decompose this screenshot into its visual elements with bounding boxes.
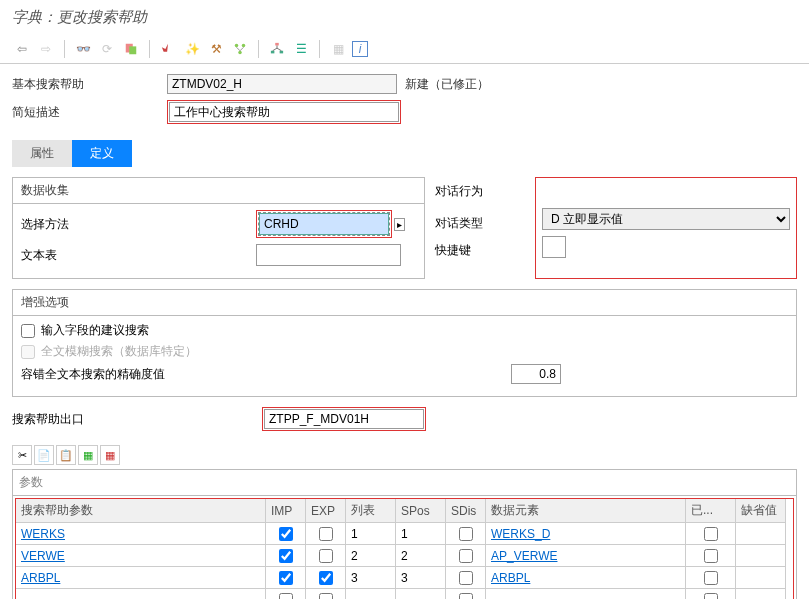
param-link[interactable]: VERWE [21,549,65,563]
row-checkbox[interactable] [279,571,293,585]
row-checkbox[interactable] [459,527,473,541]
list-icon[interactable]: ☰ [291,39,311,59]
cut-icon[interactable]: ✂ [12,445,32,465]
paste-icon[interactable]: 📋 [56,445,76,465]
tolerance-label: 容错全文本搜索的精确度值 [21,366,511,383]
enhance-header: 增强选项 [13,290,796,316]
row-checkbox[interactable] [319,549,333,563]
col-mod: 已... [686,499,736,523]
row-checkbox[interactable] [459,571,473,585]
where-used-icon[interactable] [230,39,250,59]
row-checkbox[interactable] [704,549,718,563]
suggest-checkbox[interactable] [21,324,35,338]
row-checkbox[interactable] [704,527,718,541]
col-spos: SPos [396,499,446,523]
row-checkbox[interactable] [459,549,473,563]
default-cell[interactable] [736,545,786,567]
row-checkbox[interactable] [319,527,333,541]
col-list: 列表 [346,499,396,523]
row-checkbox[interactable] [459,593,473,600]
table-row: ARBPL33ARBPL [16,567,793,589]
elem-link[interactable]: AP_VERWE [491,549,557,563]
value-help-icon[interactable]: ▸ [394,218,405,231]
info-icon[interactable]: i [352,41,368,57]
row-checkbox[interactable] [704,571,718,585]
forward-icon[interactable]: ⇨ [36,39,56,59]
wand-icon[interactable]: ✨ [182,39,202,59]
activate-icon[interactable] [121,39,141,59]
default-cell[interactable] [736,567,786,589]
tab-strip: 属性 定义 [0,140,809,167]
fuzzy-label: 全文模糊搜索（数据库特定） [41,343,197,360]
param-link[interactable]: ARBPL [21,571,60,585]
tab-definition[interactable]: 定义 [72,140,132,167]
refresh-icon[interactable]: ⟳ [97,39,117,59]
row-checkbox[interactable] [704,593,718,600]
list-cell[interactable]: 2 [346,545,396,567]
delete-icon[interactable]: ▦ [100,445,120,465]
svg-rect-1 [129,46,136,54]
fuzzy-checkbox [21,345,35,359]
col-imp: IMP [266,499,306,523]
list-cell[interactable]: 1 [346,523,396,545]
hotkey-input[interactable] [542,236,566,258]
dialog-type-select[interactable]: D 立即显示值 [542,208,790,230]
desc-label: 简短描述 [12,104,167,121]
tolerance-input[interactable] [511,364,561,384]
text-table-label: 文本表 [21,247,256,264]
svg-rect-5 [275,43,279,46]
tool-icon[interactable]: ⚒ [206,39,226,59]
basic-help-label: 基本搜索帮助 [12,76,167,93]
list-cell[interactable]: 3 [346,567,396,589]
elem-link[interactable]: WERKS_D [491,527,550,541]
main-toolbar: ⇦ ⇨ 👓 ⟳ ✨ ⚒ ☰ ▦ i [0,35,809,64]
copy-icon[interactable]: 📄 [34,445,54,465]
status-text: 新建（已修正） [405,76,489,93]
table-toolbar: ✂ 📄 📋 ▦ ▦ [0,441,809,469]
data-collect-header: 数据收集 [13,178,424,204]
svg-rect-6 [271,51,275,54]
spos-cell[interactable]: 3 [396,567,446,589]
row-checkbox[interactable] [279,593,293,600]
row-checkbox[interactable] [319,571,333,585]
params-section-label: 参数 [13,470,796,496]
exit-input[interactable] [264,409,424,429]
row-checkbox[interactable] [279,549,293,563]
check-icon[interactable] [158,39,178,59]
table-row: WERKS11WERKS_D [16,523,793,545]
row-checkbox[interactable] [279,527,293,541]
tab-attributes[interactable]: 属性 [12,140,72,167]
param-link[interactable]: WERKS [21,527,65,541]
insert-icon[interactable]: ▦ [78,445,98,465]
col-default: 缺省值 [736,499,786,523]
elem-link[interactable]: ARBPL [491,571,530,585]
default-cell[interactable] [736,523,786,545]
desc-input[interactable] [169,102,399,122]
select-method-label: 选择方法 [21,216,256,233]
col-sdis: SDis [446,499,486,523]
dialog-header: 对话行为 [435,183,525,205]
svg-point-2 [235,44,239,48]
svg-rect-7 [280,51,284,54]
table-row: VERWE22AP_VERWE [16,545,793,567]
row-checkbox[interactable] [319,593,333,600]
suggest-label: 输入字段的建议搜索 [41,322,149,339]
exit-label: 搜索帮助出口 [12,411,262,428]
select-method-input[interactable] [259,213,389,235]
text-table-input[interactable] [256,244,401,266]
glasses-icon[interactable]: 👓 [73,39,93,59]
back-icon[interactable]: ⇦ [12,39,32,59]
hierarchy-icon[interactable] [267,39,287,59]
doc-icon[interactable]: ▦ [328,39,348,59]
dialog-type-label: 对话类型 [435,215,525,232]
svg-point-4 [238,51,242,55]
col-elem: 数据元素 [486,499,686,523]
spos-cell[interactable]: 1 [396,523,446,545]
basic-help-input[interactable] [167,74,397,94]
window-title: 字典：更改搜索帮助 [0,0,809,35]
table-row-empty [16,589,793,599]
svg-point-3 [242,44,246,48]
hotkey-label: 快捷键 [435,242,525,259]
col-param: 搜索帮助参数 [16,499,266,523]
spos-cell[interactable]: 2 [396,545,446,567]
